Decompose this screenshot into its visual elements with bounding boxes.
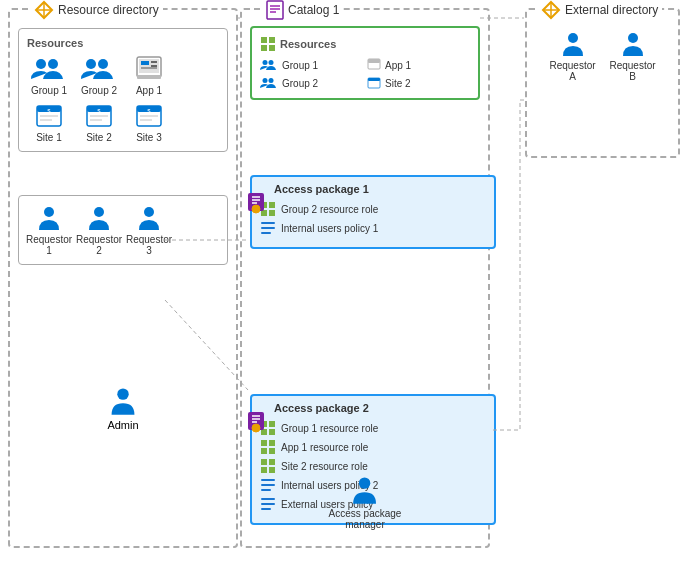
- catalog-box: Catalog 1 Resources: [240, 8, 490, 548]
- cat-group2-icon: [260, 76, 278, 90]
- svg-rect-79: [269, 448, 275, 454]
- requestor2-item: Requestor 2: [77, 204, 121, 256]
- app1-item: App 1: [127, 55, 171, 96]
- svg-point-51: [269, 78, 274, 83]
- external-directory-title: External directory: [537, 0, 662, 20]
- group2-icon: [81, 55, 117, 83]
- svg-rect-86: [261, 489, 271, 491]
- svg-rect-10: [141, 61, 149, 65]
- site1-icon: S: [35, 102, 63, 130]
- svg-rect-88: [261, 503, 275, 505]
- cat-group1: Group 1: [260, 58, 363, 72]
- cat-site2: S Site 2: [367, 76, 470, 90]
- svg-rect-13: [141, 67, 157, 69]
- resource-directory-box: Resource directory Resources Group 1: [8, 8, 238, 548]
- svg-rect-9: [137, 75, 161, 79]
- site1-item: S Site 1: [27, 102, 71, 143]
- apm-label: Access packagemanager: [329, 508, 402, 530]
- svg-rect-78: [261, 448, 267, 454]
- svg-point-59: [252, 205, 260, 213]
- resources-grid: Group 1 Group 2: [27, 55, 219, 143]
- ap1-policy1: Internal users policy 1: [260, 220, 486, 236]
- svg-point-71: [252, 424, 260, 432]
- catalog-resources-box: Resources Group 1: [250, 26, 480, 100]
- group1-item: Group 1: [27, 55, 71, 96]
- requestor2-icon: [85, 204, 113, 232]
- svg-point-6: [98, 59, 108, 69]
- cat-app1-icon: [367, 58, 381, 72]
- svg-rect-63: [269, 210, 275, 216]
- svg-rect-75: [269, 429, 275, 435]
- admin-section: Admin: [107, 385, 139, 431]
- svg-point-31: [144, 207, 154, 217]
- requestors-section: Requestor 1 Requestor 2 Reques: [18, 195, 228, 265]
- svg-point-46: [263, 60, 268, 65]
- apm-section: Access packagemanager: [329, 474, 402, 530]
- cat-group1-icon: [260, 58, 278, 72]
- ap1-header: Access package 1: [260, 183, 486, 195]
- svg-point-32: [117, 388, 128, 399]
- requestorB-item: Requestor B: [611, 30, 655, 82]
- catalog-resources-header: Resources: [260, 36, 470, 52]
- svg-rect-73: [269, 421, 275, 427]
- svg-rect-89: [261, 508, 271, 510]
- svg-rect-64: [261, 222, 275, 224]
- external-people: Requestor A Requestor B: [527, 10, 678, 82]
- cat-app1: App 1: [367, 58, 470, 72]
- requestorA-icon: [559, 30, 587, 58]
- svg-point-37: [628, 33, 638, 43]
- catalog-icon: [266, 0, 284, 20]
- ap2-policy2-icon: [260, 496, 276, 512]
- svg-rect-43: [269, 37, 275, 43]
- ap2-role2: App 1 resource role: [260, 439, 486, 455]
- svg-point-90: [359, 477, 370, 488]
- svg-rect-49: [368, 59, 380, 63]
- ap2-role3-icon: [260, 458, 276, 474]
- svg-rect-23: [90, 119, 102, 121]
- requestorB-icon: [619, 30, 647, 58]
- external-dir-icon: [541, 0, 561, 20]
- requestorA-item: Requestor A: [551, 30, 595, 82]
- svg-point-50: [263, 78, 268, 83]
- site3-icon: S: [135, 102, 163, 130]
- requestor3-item: Requestor 3: [127, 204, 171, 256]
- svg-point-29: [44, 207, 54, 217]
- svg-rect-12: [151, 65, 157, 67]
- requestor3-icon: [135, 204, 163, 232]
- apm-icon: [349, 474, 381, 506]
- admin-icon: [107, 385, 139, 417]
- svg-rect-82: [261, 467, 267, 473]
- catalog-resources-grid: Group 1 App 1: [260, 58, 470, 90]
- svg-point-4: [48, 59, 58, 69]
- ap1-ribbon-icon: [248, 193, 264, 215]
- svg-rect-84: [261, 479, 275, 481]
- svg-rect-11: [151, 61, 157, 63]
- cat-site2-icon: S: [367, 76, 381, 90]
- catalog-resources-icon: [260, 36, 276, 52]
- svg-rect-77: [269, 440, 275, 446]
- svg-rect-66: [261, 232, 271, 234]
- ap2-role1: Group 1 resource role: [260, 420, 486, 436]
- resources-section: Resources Group 1: [18, 28, 228, 152]
- ap2-header: Access package 2: [260, 402, 486, 414]
- group2-item: Group 2: [77, 55, 121, 96]
- group1-icon: [31, 55, 67, 83]
- svg-rect-42: [261, 37, 267, 43]
- svg-rect-45: [269, 45, 275, 51]
- resource-directory-title: Resource directory: [30, 0, 163, 20]
- ap2-role2-icon: [260, 439, 276, 455]
- svg-rect-44: [261, 45, 267, 51]
- cat-group2: Group 2: [260, 76, 363, 90]
- svg-rect-17: [40, 115, 58, 117]
- svg-rect-76: [261, 440, 267, 446]
- ap1-policy1-icon: [260, 220, 276, 236]
- svg-rect-65: [261, 227, 275, 229]
- site2-icon: S: [85, 102, 113, 130]
- external-directory-box: External directory Requestor A Requestor…: [525, 8, 680, 158]
- svg-rect-80: [261, 459, 267, 465]
- svg-rect-87: [261, 498, 275, 500]
- svg-point-5: [86, 59, 96, 69]
- site2-item: S Site 2: [77, 102, 121, 143]
- svg-rect-28: [140, 119, 152, 121]
- resources-label: Resources: [27, 37, 219, 49]
